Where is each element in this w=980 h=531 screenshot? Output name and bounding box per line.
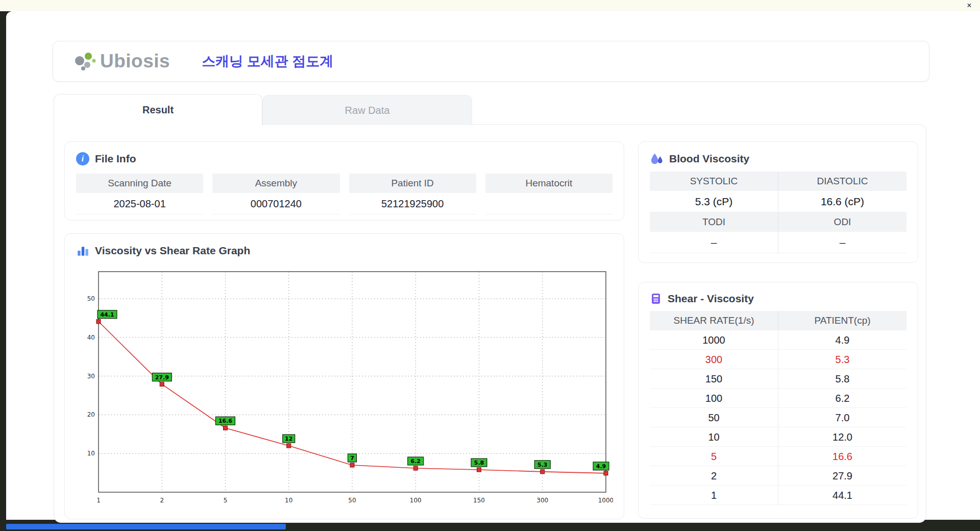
odi-label: ODI [778,212,906,232]
patient-value: 27.9 [778,466,906,485]
svg-text:16.6: 16.6 [218,418,232,424]
diastolic-label: DIASTOLIC [778,172,906,191]
shear-table-body: 10004.93005.31505.81006.2507.01012.0516.… [650,330,906,505]
table-row: 227.9 [650,466,906,486]
brand-logo: Ubiosis [72,51,170,72]
field-label: Hematocrit [485,174,612,193]
field-value: 52121925900 [349,193,476,214]
patient-value: 44.1 [778,486,906,504]
file-info-title: File Info [95,153,136,165]
patient-value: 4.9 [778,330,906,349]
svg-text:5.3: 5.3 [537,462,548,468]
shear-viscosity-title: Shear - Viscosity [668,293,754,305]
shear-rate-value: 300 [650,350,778,369]
patient-value: 6.2 [778,389,906,407]
patient-value: 5.3 [778,350,906,369]
svg-text:2: 2 [160,497,164,504]
window-title-strip: × [0,0,980,11]
droplet-icon [650,152,664,165]
table-row: 3005.3 [650,350,906,369]
field-label: Patient ID [349,174,476,193]
svg-text:5.8: 5.8 [474,460,484,466]
shear-viscosity-table: SHEAR RATE(1/s) PATIENT(cp) 10004.93005.… [650,311,906,505]
field-label: Assembly [212,174,339,193]
svg-text:50: 50 [87,295,95,302]
field-assembly: Assembly 000701240 [212,174,339,214]
svg-text:20: 20 [87,411,95,418]
shear-rate-value: 100 [650,389,778,407]
table-row: 1012.0 [650,427,906,447]
shear-rate-value: 10 [650,427,778,446]
field-patient-id: Patient ID 52121925900 [349,174,476,214]
field-label: Scanning Date [76,174,203,193]
todi-value: – [650,232,778,253]
file-info-card: i File Info Scanning Date 2025-08-01 Ass… [64,141,624,221]
bar-chart-icon [76,244,89,257]
graph-card: Viscosity vs Shear Rate Graph 1020304050… [64,233,624,519]
info-icon: i [76,152,89,165]
taskbar-item[interactable] [6,524,286,529]
graph-title: Viscosity vs Shear Rate Graph [95,245,250,257]
patient-value: 12.0 [778,427,906,446]
field-value: 2025-08-01 [76,193,203,214]
field-hematocrit: Hematocrit [485,174,612,214]
blood-viscosity-title: Blood Viscosity [669,153,749,165]
svg-text:7: 7 [350,455,354,462]
table-row: 10004.9 [650,330,906,350]
todi-label: TODI [650,212,778,232]
patient-column-header: PATIENT(cp) [778,311,906,330]
app-window: Ubiosis 스캐닝 모세관 점도계 Result Raw Data i Fi… [6,11,980,520]
systolic-label: SYSTOLIC [650,172,778,191]
svg-text:1: 1 [96,497,101,504]
table-row: 1006.2 [650,389,906,408]
svg-text:30: 30 [87,373,95,380]
svg-text:5: 5 [224,497,228,504]
svg-text:27.9: 27.9 [155,374,169,381]
shear-rate-value: 5 [650,447,778,466]
viscosity-chart: 10203040501251050100150300100044.127.916… [78,266,613,512]
table-row: 516.6 [650,447,906,466]
odi-value: – [778,232,906,253]
systolic-value: 5.3 (cP) [650,191,778,212]
shear-rate-value: 150 [650,369,778,388]
diastolic-value: 16.6 (cP) [778,191,906,212]
svg-text:10: 10 [87,450,95,457]
patient-value: 7.0 [778,408,906,427]
blood-viscosity-header: Blood Viscosity [639,142,918,165]
leaf-icon [72,51,96,71]
app-title: 스캐닝 모세관 점도계 [202,52,333,70]
svg-text:4.9: 4.9 [596,463,606,470]
shear-viscosity-card: Shear - Viscosity SHEAR RATE(1/s) PATIEN… [638,282,918,519]
shear-rate-value: 2 [650,466,778,485]
svg-text:150: 150 [473,497,485,504]
close-button[interactable]: × [964,1,975,11]
table-header-row: SHEAR RATE(1/s) PATIENT(cp) [650,311,906,330]
shear-rate-value: 50 [650,408,778,427]
field-value [485,193,612,214]
svg-text:1000: 1000 [598,497,613,504]
calculator-icon [650,293,662,305]
patient-value: 5.8 [778,369,906,388]
tab-result[interactable]: Result [54,94,262,125]
table-row: 507.0 [650,408,906,427]
svg-text:50: 50 [348,497,356,504]
header-card: Ubiosis 스캐닝 모세관 점도계 [53,41,929,82]
tabs: Result Raw Data [54,94,472,125]
field-value: 000701240 [212,193,339,214]
svg-text:12: 12 [285,436,292,442]
tab-raw-data[interactable]: Raw Data [262,95,472,125]
graph-header: Viscosity vs Shear Rate Graph [65,234,624,257]
content-panel: i File Info Scanning Date 2025-08-01 Ass… [54,124,926,523]
blood-viscosity-card: Blood Viscosity SYSTOLIC DIASTOLIC 5.3 (… [638,141,918,263]
table-row: SYSTOLIC DIASTOLIC [650,172,906,191]
table-row: 1505.8 [650,369,906,389]
svg-text:10: 10 [285,497,292,504]
svg-text:40: 40 [87,334,95,341]
file-info-header: i File Info [65,142,624,165]
shear-viscosity-header: Shear - Viscosity [639,282,918,305]
svg-text:44.1: 44.1 [100,311,114,318]
blood-viscosity-table: SYSTOLIC DIASTOLIC 5.3 (cP) 16.6 (cP) TO… [650,172,906,253]
file-info-fields: Scanning Date 2025-08-01 Assembly 000701… [76,174,612,214]
patient-value: 16.6 [778,447,906,466]
desktop: { "window": { "close": "×" }, "header": … [0,0,980,531]
